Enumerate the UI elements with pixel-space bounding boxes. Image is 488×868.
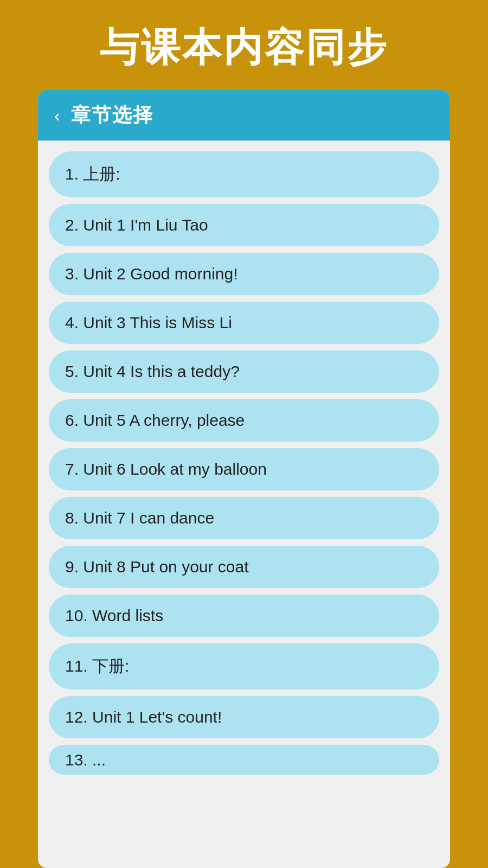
list-item[interactable]: 10. Word lists <box>49 595 439 637</box>
list-item[interactable]: 4. Unit 3 This is Miss Li <box>49 302 439 344</box>
list-item[interactable]: 9. Unit 8 Put on your coat <box>49 546 439 588</box>
card-header: ‹ 章节选择 <box>38 90 450 141</box>
card-header-title: 章节选择 <box>71 102 153 129</box>
list-item[interactable]: 11. 下册: <box>49 643 439 690</box>
list-item[interactable]: 7. Unit 6 Look at my balloon <box>49 448 439 490</box>
main-card: ‹ 章节选择 1. 上册:2. Unit 1 I'm Liu Tao3. Uni… <box>38 90 450 868</box>
back-button[interactable]: ‹ <box>54 107 60 124</box>
list-item[interactable]: 12. Unit 1 Let's count! <box>49 696 439 738</box>
list-item[interactable]: 1. 上册: <box>49 151 439 197</box>
list-item[interactable]: 3. Unit 2 Good morning! <box>49 253 439 295</box>
card-body: 1. 上册:2. Unit 1 I'm Liu Tao3. Unit 2 Goo… <box>38 141 450 868</box>
page-wrapper: 与课本内容同步 ‹ 章节选择 1. 上册:2. Unit 1 I'm Liu T… <box>0 0 488 868</box>
list-item[interactable]: 13. ... <box>49 745 439 775</box>
list-item[interactable]: 6. Unit 5 A cherry, please <box>49 399 439 442</box>
list-item[interactable]: 5. Unit 4 Is this a teddy? <box>49 350 439 393</box>
page-title: 与课本内容同步 <box>89 0 399 90</box>
list-item[interactable]: 2. Unit 1 I'm Liu Tao <box>49 204 439 246</box>
list-item[interactable]: 8. Unit 7 I can dance <box>49 497 439 539</box>
